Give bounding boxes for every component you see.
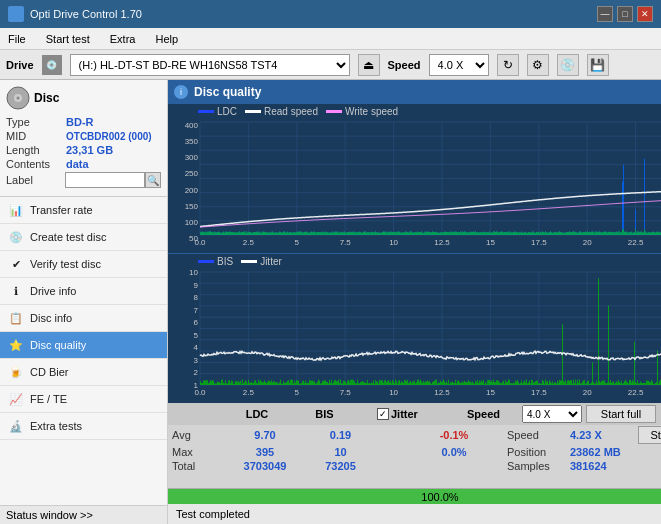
drive-info-label: Drive info — [30, 285, 76, 297]
speed-current-label: Speed — [507, 429, 562, 441]
start-full-button[interactable]: Start full — [586, 405, 656, 423]
drive-label: Drive — [6, 59, 34, 71]
refresh-icon[interactable]: ↻ — [497, 54, 519, 76]
jitter-checkbox[interactable]: ✓ — [377, 408, 389, 420]
menu-help[interactable]: Help — [151, 32, 182, 46]
cd-bier-icon: 🍺 — [8, 364, 24, 380]
extra-tests-label: Extra tests — [30, 420, 82, 432]
menu-extra[interactable]: Extra — [106, 32, 140, 46]
samples-value: 381624 — [570, 460, 630, 472]
save-icon[interactable]: 💾 — [587, 54, 609, 76]
total-bis: 73205 — [308, 460, 373, 472]
settings-icon[interactable]: ⚙ — [527, 54, 549, 76]
sidebar-item-drive-info[interactable]: ℹ Drive info — [0, 278, 167, 305]
disc-quality-label: Disc quality — [30, 339, 86, 351]
col-header-bis: BIS — [292, 408, 357, 420]
extra-tests-icon: 🔬 — [8, 418, 24, 434]
nav-menu: 📊 Transfer rate 💿 Create test disc ✔ Ver… — [0, 197, 167, 505]
create-test-disc-icon: 💿 — [8, 229, 24, 245]
disc-icon[interactable]: 💿 — [557, 54, 579, 76]
fe-te-icon: 📈 — [8, 391, 24, 407]
disc-mid-label: MID — [6, 130, 66, 142]
sidebar-item-cd-bier[interactable]: 🍺 CD Bier — [0, 359, 167, 386]
legend-ldc: LDC — [217, 106, 237, 117]
disc-label-label: Label — [6, 174, 65, 186]
total-ldc: 3703049 — [230, 460, 300, 472]
disc-panel-title: Disc — [34, 91, 59, 105]
verify-test-disc-icon: ✔ — [8, 256, 24, 272]
minimize-button[interactable]: — — [597, 6, 613, 22]
sidebar-item-verify-test-disc[interactable]: ✔ Verify test disc — [0, 251, 167, 278]
position-label: Position — [507, 446, 562, 458]
drive-bar: Drive 💿 (H:) HL-DT-ST BD-RE WH16NS58 TST… — [0, 50, 661, 80]
disc-quality-header: i Disc quality — [168, 80, 661, 104]
avg-ldc: 9.70 — [230, 429, 300, 441]
progress-text: 100.0% — [168, 489, 661, 505]
disc-quality-icon: ⭐ — [8, 337, 24, 353]
chart-lower: BIS Jitter — [168, 254, 661, 403]
disc-quality-title: Disc quality — [194, 85, 261, 99]
chart-upper: LDC Read speed Write speed — [168, 104, 661, 254]
drive-select[interactable]: (H:) HL-DT-ST BD-RE WH16NS58 TST4 — [70, 54, 350, 76]
disc-label-input[interactable] — [65, 172, 145, 188]
fe-te-label: FE / TE — [30, 393, 67, 405]
app-title: Opti Drive Control 1.70 — [30, 8, 142, 20]
bottom-stats: LDC BIS ✓ Jitter Speed 4.0 X Start full … — [168, 403, 661, 488]
menu-bar: File Start test Extra Help — [0, 28, 661, 50]
legend-write-speed: Write speed — [345, 106, 398, 117]
sidebar-item-disc-info[interactable]: 📋 Disc info — [0, 305, 167, 332]
speed-select[interactable]: 4.0 X — [429, 54, 489, 76]
disc-panel: Disc Type BD-R MID OTCBDR002 (000) Lengt… — [0, 80, 167, 197]
menu-start-test[interactable]: Start test — [42, 32, 94, 46]
disc-panel-icon — [6, 86, 30, 110]
speed-target-select[interactable]: 4.0 X — [522, 405, 582, 423]
verify-test-disc-label: Verify test disc — [30, 258, 101, 270]
speed-label: Speed — [388, 59, 421, 71]
disc-length-label: Length — [6, 144, 66, 156]
progress-bar-container: 100.0% — [168, 488, 661, 504]
transfer-rate-icon: 📊 — [8, 202, 24, 218]
transfer-rate-label: Transfer rate — [30, 204, 93, 216]
close-button[interactable]: ✕ — [637, 6, 653, 22]
sidebar-item-transfer-rate[interactable]: 📊 Transfer rate — [0, 197, 167, 224]
cd-bier-label: CD Bier — [30, 366, 69, 378]
sidebar: Disc Type BD-R MID OTCBDR002 (000) Lengt… — [0, 80, 168, 524]
sidebar-item-fe-te[interactable]: 📈 FE / TE — [0, 386, 167, 413]
disc-contents-label: Contents — [6, 158, 66, 170]
eject-icon[interactable]: ⏏ — [358, 54, 380, 76]
avg-jitter: -0.1% — [409, 429, 499, 441]
col-header-ldc: LDC — [222, 408, 292, 420]
status-text: Test completed — [176, 508, 250, 520]
avg-bis: 0.19 — [308, 429, 373, 441]
disc-info-label: Disc info — [30, 312, 72, 324]
disc-type-value: BD-R — [66, 116, 94, 128]
position-value: 23862 MB — [570, 446, 630, 458]
max-jitter: 0.0% — [409, 446, 499, 458]
maximize-button[interactable]: □ — [617, 6, 633, 22]
samples-label: Samples — [507, 460, 562, 472]
start-part-button[interactable]: Start part — [638, 426, 661, 444]
status-window-label: Status window >> — [6, 509, 93, 521]
status-window-button[interactable]: Status window >> — [0, 505, 167, 524]
max-bis: 10 — [308, 446, 373, 458]
max-ldc: 395 — [230, 446, 300, 458]
sidebar-item-extra-tests[interactable]: 🔬 Extra tests — [0, 413, 167, 440]
disc-length-value: 23,31 GB — [66, 144, 113, 156]
speed-current-value: 4.23 X — [570, 429, 630, 441]
disc-info-icon: 📋 — [8, 310, 24, 326]
disc-type-label: Type — [6, 116, 66, 128]
menu-file[interactable]: File — [4, 32, 30, 46]
drive-icon: 💿 — [42, 55, 62, 75]
disc-label-browse-button[interactable]: 🔍 — [145, 172, 161, 188]
legend-bis: BIS — [217, 256, 233, 267]
col-header-jitter: Jitter — [391, 408, 418, 420]
dq-icon: i — [174, 85, 188, 99]
sidebar-item-disc-quality[interactable]: ⭐ Disc quality — [0, 332, 167, 359]
title-bar: Opti Drive Control 1.70 — □ ✕ — [0, 0, 661, 28]
svg-point-2 — [17, 97, 20, 100]
sidebar-item-create-test-disc[interactable]: 💿 Create test disc — [0, 224, 167, 251]
status-completed-bar: Test completed 31:49 — [168, 504, 661, 524]
right-panel: i Disc quality LDC Read speed Write s — [168, 80, 661, 524]
disc-mid-value: OTCBDR002 (000) — [66, 131, 152, 142]
legend-read-speed: Read speed — [264, 106, 318, 117]
